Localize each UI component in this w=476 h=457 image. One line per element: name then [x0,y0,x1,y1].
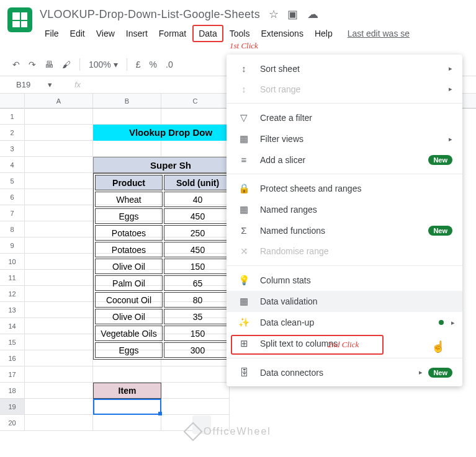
cell[interactable] [25,141,93,157]
row-header[interactable]: 13 [0,302,24,318]
item-label-cell[interactable]: Item [93,383,161,399]
menu-data-cleanup[interactable]: ✨Data clean-up▸ [227,312,462,333]
undo-icon[interactable]: ↶ [12,60,20,69]
menu-view[interactable]: View [91,26,120,41]
cell-sold[interactable]: 450 [164,242,231,257]
row-header[interactable]: 8 [0,221,24,237]
decimal-button[interactable]: .0 [166,60,173,69]
cell[interactable] [25,366,93,383]
cell[interactable] [25,125,93,141]
cell-sold[interactable]: 300 [164,342,231,358]
print-icon[interactable]: 🖶 [45,60,53,69]
row-header[interactable]: 2 [0,125,24,141]
cell[interactable] [25,173,93,189]
row-header[interactable]: 17 [0,366,24,383]
cell-sold[interactable]: 35 [164,309,231,324]
cell[interactable] [93,109,161,125]
row-header[interactable]: 19 [0,399,24,415]
menu-protect-sheets[interactable]: 🔒Protect sheets and ranges [227,178,462,199]
cell-product[interactable]: Olive Oil [95,309,163,324]
row-header[interactable]: 16 [0,350,24,366]
menu-insert[interactable]: Insert [121,26,153,41]
cell-product[interactable]: Olive Oil [95,259,163,274]
star-icon[interactable]: ☆ [269,7,279,21]
last-edit-link[interactable]: Last edit was se [348,29,410,38]
cell-sold[interactable]: 80 [164,292,231,308]
row-header[interactable]: 3 [0,141,24,157]
menu-help[interactable]: Help [310,26,338,41]
zoom-select[interactable]: 100% ▾ [89,60,118,69]
menu-data-connectors[interactable]: 🗄Data connectorsNew▸ [227,362,462,383]
shop-header-cell[interactable]: Super Sh [93,157,248,173]
cell[interactable] [25,334,93,350]
col-header[interactable]: A [25,94,93,108]
cell[interactable] [25,189,93,205]
cell[interactable] [25,286,93,302]
cell[interactable] [93,141,161,157]
cell-product[interactable]: Wheat [95,192,163,207]
cell[interactable] [25,350,93,366]
cell-sold[interactable]: 40 [164,192,231,207]
menu-tools[interactable]: Tools [225,26,255,41]
cell[interactable] [25,109,93,125]
menu-data[interactable]: Data [192,25,223,42]
row-header[interactable]: 18 [0,383,24,399]
menu-file[interactable]: File [40,26,64,41]
menu-named-functions[interactable]: ΣNamed functionsNew [227,220,462,241]
cell-sold[interactable]: 250 [164,225,231,241]
row-header[interactable]: 15 [0,334,24,350]
cell-product[interactable]: Eggs [95,208,163,224]
cell[interactable] [25,302,93,318]
col-product[interactable]: Product [95,175,163,190]
redo-icon[interactable]: ↷ [29,60,36,69]
cell[interactable] [25,270,93,286]
cell[interactable] [25,157,93,173]
cell-product[interactable]: Vegetable Oils [95,326,163,341]
name-box[interactable]: B19 ▾ [12,79,56,91]
cell[interactable] [25,399,93,415]
col-sold[interactable]: Sold (unit) [164,175,231,190]
cell-product[interactable]: Coconut Oil [95,292,163,308]
cell[interactable] [93,366,161,383]
cell-product[interactable]: Potatoes [95,242,163,257]
row-header[interactable]: 9 [0,237,24,254]
cell[interactable] [25,237,93,254]
row-header[interactable]: 4 [0,157,24,173]
row-header[interactable]: 6 [0,189,24,205]
cell[interactable] [161,366,230,383]
menu-column-stats[interactable]: 💡Column stats [227,270,462,291]
cell[interactable] [25,254,93,270]
cell-sold[interactable]: 450 [164,208,231,224]
cell[interactable] [161,399,230,415]
cell[interactable] [25,205,93,221]
row-header[interactable]: 5 [0,173,24,189]
currency-button[interactable]: £ [136,60,141,69]
cell-sold[interactable]: 65 [164,275,231,291]
cell[interactable] [25,221,93,237]
banner-cell[interactable]: Vlookup Drop Dow [93,125,248,141]
menu-data-validation[interactable]: ▦Data validation [227,291,462,312]
percent-button[interactable]: % [150,60,157,69]
cell-product[interactable]: Potatoes [95,225,163,241]
cell[interactable] [25,383,93,399]
row-header[interactable]: 20 [0,415,24,431]
cell[interactable] [161,383,230,399]
paint-format-icon[interactable]: 🖌 [62,60,71,69]
row-header[interactable]: 10 [0,254,24,270]
menu-add-slicer[interactable]: ≡Add a slicerNew [227,149,462,170]
row-header[interactable]: 7 [0,205,24,221]
menu-filter-views[interactable]: ▦Filter views▸ [227,128,462,149]
cell-product[interactable]: Palm Oil [95,275,163,291]
row-header[interactable]: 14 [0,318,24,334]
cell[interactable] [25,415,93,431]
cell[interactable] [161,141,230,157]
row-header[interactable]: 12 [0,286,24,302]
sheets-logo[interactable] [7,7,32,32]
selected-cell[interactable] [93,399,161,415]
menu-edit[interactable]: Edit [65,26,90,41]
menu-format[interactable]: Format [154,26,191,41]
cell-sold[interactable]: 150 [164,259,231,274]
menu-sort-sheet[interactable]: ↕Sort sheet▸ [227,58,462,79]
menu-create-filter[interactable]: ▽Create a filter [227,107,462,128]
cell[interactable] [25,318,93,334]
